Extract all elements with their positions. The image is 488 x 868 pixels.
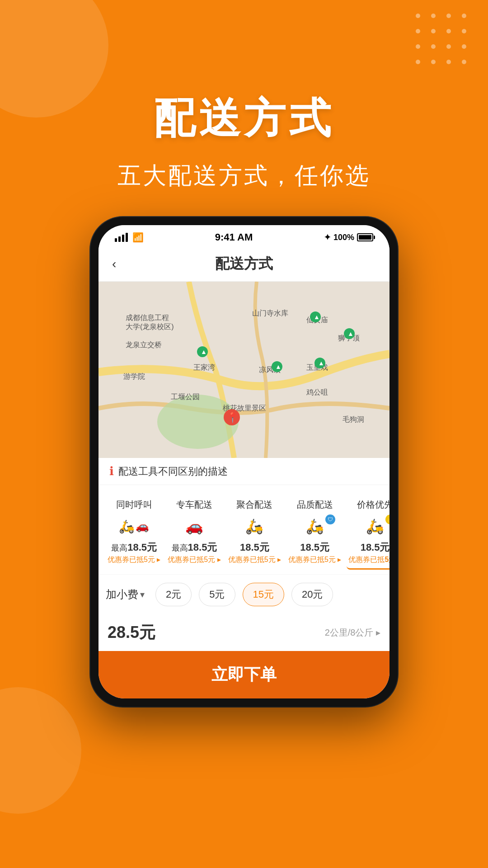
option-coupon-4: 优惠券已抵5元 ▸ bbox=[348, 555, 389, 565]
fee-btn-20[interactable]: 20元 bbox=[291, 583, 333, 606]
option-icon-4: 🛵 💰 bbox=[355, 514, 389, 538]
option-label-3: 品质配送 bbox=[297, 499, 333, 511]
extra-fee-row: 加小费 ▾ 2元 5元 15元 20元 bbox=[99, 574, 389, 614]
svg-text:毛狗洞: 毛狗洞 bbox=[343, 415, 364, 423]
option-coupon-0: 优惠券已抵5元 ▸ bbox=[108, 555, 160, 565]
battery-pct: 100% bbox=[333, 233, 354, 242]
car-icon-0: 🚗 bbox=[136, 520, 149, 533]
option-label-4: 价格优先 bbox=[357, 499, 389, 511]
phone-outer: 📶 9:41 AM ✦ 100% ‹ 配送方式 bbox=[90, 217, 398, 707]
battery-icon bbox=[357, 233, 373, 241]
bar1 bbox=[115, 238, 117, 242]
option-cheapest[interactable]: 价格优先 🛵 💰 18.5元 优惠券已抵5元 ▸ bbox=[347, 494, 389, 570]
option-coupon-1: 优惠券已抵5元 ▸ bbox=[168, 555, 221, 565]
svg-text:▲: ▲ bbox=[347, 330, 354, 337]
price-prefix-0: 最高 bbox=[111, 543, 127, 552]
status-time: 9:41 AM bbox=[215, 231, 253, 243]
warning-icon: ℹ bbox=[109, 464, 114, 478]
app-title: 配送方式 bbox=[215, 254, 273, 274]
svg-text:游学院: 游学院 bbox=[123, 373, 145, 380]
option-icon-0: 🛵 🚗 bbox=[114, 514, 155, 538]
app-header: ‹ 配送方式 bbox=[99, 247, 389, 282]
option-simultaneous[interactable]: 同时呼叫 🛵 🚗 最高18.5元 优惠券已抵5元 ▸ bbox=[106, 494, 162, 570]
moto-icon-0: 🛵 bbox=[119, 519, 135, 534]
bar4 bbox=[126, 233, 128, 242]
wifi-icon: 📶 bbox=[132, 232, 144, 243]
moto-icon-4: 🛵 bbox=[366, 518, 384, 535]
option-icon-3: 🛵 🛡 bbox=[295, 514, 335, 538]
hero-subtitle: 五大配送方式，任你选 bbox=[0, 160, 488, 192]
price-prefix-1: 最高 bbox=[172, 543, 188, 552]
coin-badge: 💰 bbox=[385, 514, 389, 524]
option-price-4: 18.5元 bbox=[361, 541, 389, 554]
delivery-options[interactable]: 同时呼叫 🛵 🚗 最高18.5元 优惠券已抵5元 ▸ 专车配送 bbox=[99, 485, 389, 574]
option-label-0: 同时呼叫 bbox=[116, 499, 152, 511]
moto-icon-3: 🛵 bbox=[306, 518, 324, 535]
battery-fill bbox=[359, 235, 371, 240]
car-icon-1: 🚗 bbox=[185, 518, 203, 535]
options-row: 同时呼叫 🛵 🚗 最高18.5元 优惠券已抵5元 ▸ 专车配送 bbox=[106, 494, 382, 570]
svg-text:龙泉立交桥: 龙泉立交桥 bbox=[126, 341, 162, 349]
svg-text:▲: ▲ bbox=[201, 348, 207, 355]
option-label-2: 聚合配送 bbox=[236, 499, 272, 511]
back-button[interactable]: ‹ bbox=[112, 257, 116, 271]
svg-text:📍: 📍 bbox=[226, 411, 239, 424]
svg-text:山门寺水库: 山门寺水库 bbox=[252, 309, 288, 317]
warning-banner: ℹ 配送工具不同区别的描述 bbox=[99, 458, 389, 485]
bar3 bbox=[122, 235, 124, 242]
total-price: 28.5元 bbox=[108, 622, 155, 644]
signal-bars bbox=[115, 233, 128, 242]
bluetooth-icon: ✦ bbox=[324, 232, 331, 242]
total-row: 28.5元 2公里/8公斤 ▸ bbox=[99, 614, 389, 651]
bar2 bbox=[118, 236, 121, 242]
option-coupon-3: 优惠券已抵5元 ▸ bbox=[288, 555, 341, 565]
dropdown-arrow[interactable]: ▾ bbox=[140, 589, 145, 600]
status-right: ✦ 100% bbox=[324, 232, 373, 242]
phone-inner: 📶 9:41 AM ✦ 100% ‹ 配送方式 bbox=[99, 225, 389, 698]
svg-text:▲: ▲ bbox=[275, 363, 282, 370]
hero-section: 配送方式 五大配送方式，任你选 bbox=[0, 0, 488, 192]
moto-icon-2: 🛵 bbox=[245, 518, 263, 535]
hero-title: 配送方式 bbox=[0, 90, 488, 146]
map-svg: 成都信息工程 大学(龙泉校区) 龙泉立交桥 山门寺水库 仙女庙 狮子顶 游学院 … bbox=[99, 282, 389, 458]
option-price-1: 最高18.5元 bbox=[172, 541, 217, 554]
svg-text:王家湾: 王家湾 bbox=[193, 363, 215, 371]
map-area: 成都信息工程 大学(龙泉校区) 龙泉立交桥 山门寺水库 仙女庙 狮子顶 游学院 … bbox=[99, 282, 389, 458]
svg-text:工堰公园: 工堰公园 bbox=[171, 393, 200, 401]
status-left: 📶 bbox=[115, 232, 144, 243]
option-icon-1: 🚗 bbox=[174, 514, 215, 538]
svg-text:▲: ▲ bbox=[314, 313, 320, 321]
option-combined[interactable]: 聚合配送 🛵 18.5元 优惠券已抵5元 ▸ bbox=[226, 494, 283, 570]
fee-btn-2[interactable]: 2元 bbox=[155, 583, 192, 606]
fee-btn-15[interactable]: 15元 bbox=[243, 583, 284, 606]
fee-btn-5[interactable]: 5元 bbox=[199, 583, 235, 606]
deco-circle-bl bbox=[0, 687, 81, 814]
svg-text:成都信息工程: 成都信息工程 bbox=[126, 314, 169, 321]
order-button[interactable]: 立即下单 bbox=[99, 651, 389, 698]
svg-text:▲: ▲ bbox=[318, 359, 324, 367]
option-label-1: 专车配送 bbox=[176, 499, 212, 511]
phone-mockup: 📶 9:41 AM ✦ 100% ‹ 配送方式 bbox=[90, 217, 398, 707]
option-icon-2: 🛵 bbox=[234, 514, 275, 538]
option-price-0: 最高18.5元 bbox=[111, 541, 157, 554]
total-info: 2公里/8公斤 ▸ bbox=[325, 627, 380, 639]
svg-text:鸡公咀: 鸡公咀 bbox=[306, 388, 328, 396]
option-exclusive[interactable]: 专车配送 🚗 最高18.5元 优惠券已抵5元 ▸ bbox=[166, 494, 222, 570]
option-price-2: 18.5元 bbox=[240, 541, 269, 554]
svg-text:大学(龙泉校区): 大学(龙泉校区) bbox=[126, 323, 174, 330]
extra-fee-label: 加小费 ▾ bbox=[106, 587, 145, 602]
option-quality[interactable]: 品质配送 🛵 🛡 18.5元 优惠券已抵5元 ▸ bbox=[286, 494, 343, 570]
option-price-3: 18.5元 bbox=[300, 541, 329, 554]
status-bar: 📶 9:41 AM ✦ 100% bbox=[99, 225, 389, 247]
shield-badge: 🛡 bbox=[325, 514, 335, 524]
warning-text: 配送工具不同区别的描述 bbox=[118, 465, 228, 478]
option-coupon-2: 优惠券已抵5元 ▸ bbox=[228, 555, 281, 565]
